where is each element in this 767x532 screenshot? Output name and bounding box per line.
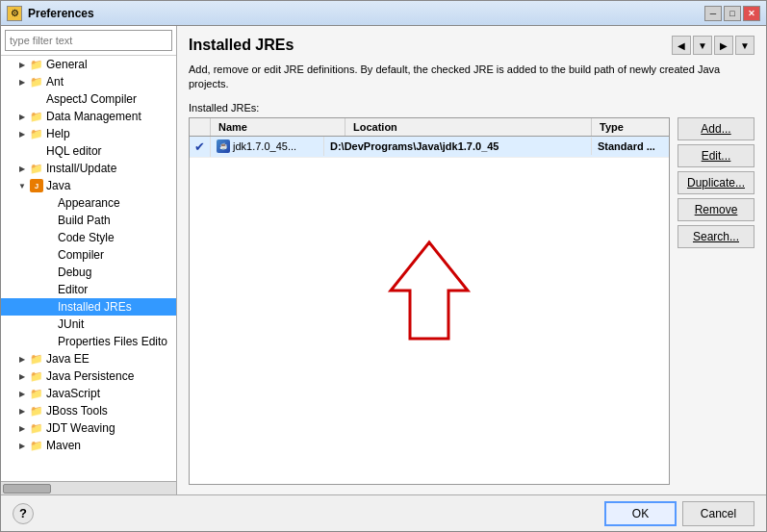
row-name: ☕ jdk1.7.0_45... — [211, 137, 324, 156]
jre-table: Name Location Type ✔ ☕ jdk — [189, 117, 670, 485]
arrow-icon — [16, 111, 28, 122]
search-button[interactable]: Search... — [678, 225, 754, 248]
sidebar-item-label: JUnit — [58, 317, 84, 331]
sidebar-item-general[interactable]: General — [1, 56, 176, 73]
sidebar-item-label: Maven — [46, 439, 81, 452]
sidebar-item-maven[interactable]: Maven — [1, 437, 176, 454]
item-icon — [41, 214, 55, 227]
item-icon — [41, 300, 55, 314]
sidebar-item-installedjres[interactable]: Installed JREs — [1, 298, 176, 316]
th-location: Location — [345, 118, 592, 136]
help-button[interactable]: ? — [13, 503, 34, 524]
folder-icon — [30, 75, 43, 89]
sidebar-item-label: General — [46, 58, 88, 71]
row-checkbox[interactable]: ✔ — [190, 137, 211, 157]
sidebar-item-install[interactable]: Install/Update — [1, 160, 176, 177]
nav-menu-button[interactable]: ▼ — [735, 36, 754, 55]
arrow-icon — [16, 145, 28, 157]
window-icon: ⚙ — [7, 6, 22, 21]
sidebar-item-label: JDT Weaving — [46, 421, 115, 435]
arrow-icon — [28, 249, 39, 261]
sidebar-item-codestyle[interactable]: Code Style — [1, 229, 176, 246]
sidebar-item-ant[interactable]: Ant — [1, 73, 176, 90]
sidebar-item-compiler[interactable]: Compiler — [1, 246, 176, 264]
sidebar-item-data-mgmt[interactable]: Data Management — [1, 108, 176, 125]
restore-button[interactable]: □ — [724, 6, 741, 21]
arrow-icon — [28, 266, 39, 278]
horizontal-scrollbar[interactable] — [1, 481, 176, 494]
folder-icon — [30, 352, 43, 366]
item-icon — [41, 196, 55, 210]
sidebar-item-hql[interactable]: HQL editor — [1, 142, 176, 160]
filter-input[interactable] — [5, 30, 172, 51]
main-content: Name Location Type ✔ ☕ jdk — [189, 117, 754, 485]
sidebar-item-label: Java — [46, 179, 70, 192]
sidebar-item-label: Build Path — [58, 214, 111, 227]
page-title: Installed JREs — [189, 37, 294, 54]
item-icon — [30, 92, 43, 106]
arrow-icon — [16, 422, 28, 434]
preferences-window: ⚙ Preferences ─ □ ✕ General — [0, 0, 767, 532]
window-controls: ─ □ ✕ — [704, 6, 760, 21]
sidebar-item-editor[interactable]: Editor — [1, 281, 176, 298]
right-panel: Installed JREs ◀ ▼ ▶ ▼ Add, remove or ed… — [177, 26, 766, 494]
java-folder-icon: J — [30, 179, 43, 192]
table-row[interactable]: ✔ ☕ jdk1.7.0_45... D:\DevPrograms\Java\j… — [190, 137, 669, 158]
edit-button[interactable]: Edit... — [678, 144, 754, 167]
description-text: Add, remove or edit JRE definitions. By … — [189, 63, 754, 92]
arrow-icon — [16, 405, 28, 417]
sidebar-item-label: JBoss Tools — [46, 404, 108, 418]
tree-area: General Ant AspectJ Compiler — [1, 56, 176, 481]
sidebar-item-buildpath[interactable]: Build Path — [1, 212, 176, 229]
nav-forward-button[interactable]: ▶ — [714, 36, 733, 55]
sidebar-item-propfiles[interactable]: Properties Files Edito — [1, 333, 176, 350]
sidebar-item-help[interactable]: Help — [1, 125, 176, 142]
check-icon: ✔ — [194, 139, 205, 154]
sidebar-item-label: Appearance — [58, 196, 120, 210]
folder-icon — [30, 369, 43, 383]
sidebar-item-debug[interactable]: Debug — [1, 264, 176, 281]
nav-back-button[interactable]: ◀ — [672, 36, 691, 55]
cancel-button[interactable]: Cancel — [682, 501, 754, 526]
item-icon — [41, 231, 55, 244]
close-button[interactable]: ✕ — [743, 6, 760, 21]
dialog-buttons: OK Cancel — [604, 501, 754, 526]
th-name: Name — [211, 118, 345, 136]
arrow-icon — [16, 370, 28, 382]
sidebar-item-javaee[interactable]: Java EE — [1, 350, 176, 367]
ok-button[interactable]: OK — [604, 501, 677, 526]
sidebar-item-javascript[interactable]: JavaScript — [1, 385, 176, 402]
arrow-icon — [28, 336, 39, 347]
row-type: Standard ... — [592, 138, 669, 155]
arrow-icon — [16, 163, 28, 174]
add-button[interactable]: Add... — [678, 117, 754, 140]
sidebar-item-appearance[interactable]: Appearance — [1, 194, 176, 212]
sidebar-item-jboss[interactable]: JBoss Tools — [1, 402, 176, 419]
arrow-icon — [16, 128, 28, 139]
sidebar-item-junit[interactable]: JUnit — [1, 316, 176, 333]
sidebar-item-label: Java Persistence — [46, 369, 134, 383]
scroll-thumb[interactable] — [3, 484, 51, 494]
item-icon — [41, 335, 55, 348]
arrow-icon — [16, 180, 28, 191]
sidebar-item-java[interactable]: J Java — [1, 177, 176, 194]
sidebar-item-label: HQL editor — [46, 144, 102, 158]
jre-icon: ☕ — [217, 139, 230, 153]
remove-button[interactable]: Remove — [678, 198, 754, 221]
row-location: D:\DevPrograms\Java\jdk1.7.0_45 — [324, 138, 592, 155]
sidebar-item-aspectj[interactable]: AspectJ Compiler — [1, 90, 176, 108]
item-icon — [41, 248, 55, 262]
minimize-button[interactable]: ─ — [704, 6, 722, 21]
sidebar-item-javapersistence[interactable]: Java Persistence — [1, 367, 176, 385]
nav-dropdown-button[interactable]: ▼ — [693, 36, 712, 55]
arrow-icon — [28, 197, 39, 209]
table-body: ✔ ☕ jdk1.7.0_45... D:\DevPrograms\Java\j… — [190, 137, 669, 484]
folder-icon — [30, 404, 43, 418]
th-check — [190, 118, 211, 136]
folder-icon — [30, 110, 43, 123]
left-panel: General Ant AspectJ Compiler — [1, 26, 177, 494]
item-icon — [41, 283, 55, 296]
sidebar-item-label: AspectJ Compiler — [46, 92, 137, 106]
sidebar-item-jdt[interactable]: JDT Weaving — [1, 419, 176, 437]
duplicate-button[interactable]: Duplicate... — [678, 171, 754, 194]
